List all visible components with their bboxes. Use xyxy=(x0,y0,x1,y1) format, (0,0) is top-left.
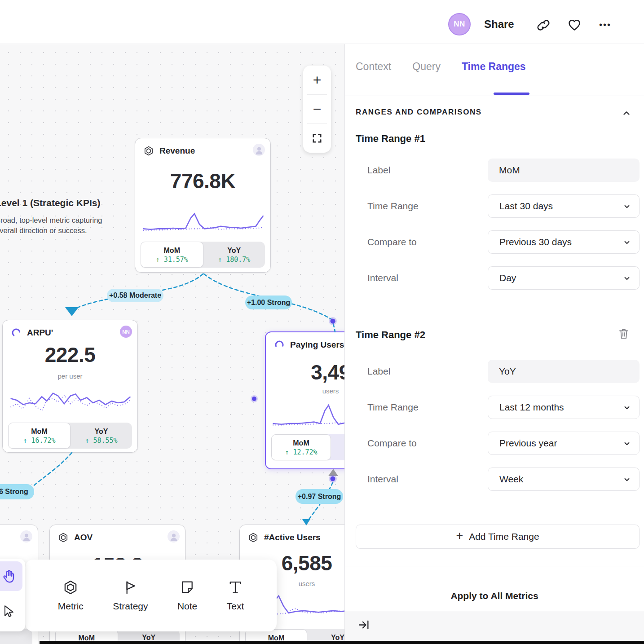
hand-tool-button[interactable] xyxy=(0,561,22,591)
active-tab-indicator xyxy=(494,93,529,95)
time-range-1-title: Time Range #1 xyxy=(356,133,425,145)
level-note-line1: Broad, top-level metric capturing xyxy=(0,216,102,224)
more-options-icon[interactable]: ••• xyxy=(599,20,613,34)
metric-tree-canvas[interactable]: Level 1 (Strategic KPIs) Broad, top-leve… xyxy=(0,44,345,644)
chevron-down-icon xyxy=(623,203,631,211)
correlation-label[interactable]: +0.97 Strong xyxy=(296,489,343,504)
select-tool-button[interactable] xyxy=(0,596,22,626)
edge-arpu-down xyxy=(32,453,72,487)
label-input[interactable] xyxy=(488,159,640,182)
text-icon xyxy=(227,579,243,595)
collapse-section-chevron-up-icon[interactable] xyxy=(622,109,631,119)
panel-tabs: Context Query Time Ranges xyxy=(356,61,526,73)
comparison-toggle: MoM ↑ 12.72% xyxy=(271,434,345,460)
tool-metric[interactable]: Metric xyxy=(58,579,84,612)
tab-time-ranges[interactable]: Time Ranges xyxy=(462,61,526,73)
time-range-select[interactable]: Last 30 days xyxy=(488,194,640,218)
owner-avatar-icon xyxy=(253,144,265,156)
metric-card-revenue[interactable]: Revenue 776.8K MoM ↑ 31.57% YoY ↑ 180.7% xyxy=(135,138,271,273)
time-range-select[interactable]: Last 12 months xyxy=(488,396,640,419)
metric-arc-icon xyxy=(11,327,22,338)
correlation-label[interactable]: 66 Strong xyxy=(0,484,34,499)
sparkline xyxy=(8,385,133,420)
tab-query[interactable]: Query xyxy=(412,61,441,73)
metric-hexagon-icon xyxy=(58,532,69,543)
time-range-2-title: Time Range #2 xyxy=(356,329,425,341)
correlation-label[interactable]: +1.00 Strong xyxy=(245,296,292,309)
favorite-heart-icon[interactable] xyxy=(567,18,582,32)
metric-card-arpu[interactable]: ARPU' NN 222.5 per user MoM ↑ 16.72% YoY… xyxy=(2,320,138,453)
metric-unit: per user xyxy=(3,372,137,380)
panel-divider-vertical xyxy=(344,44,345,644)
tool-text[interactable]: Text xyxy=(227,579,244,612)
metric-hexagon-icon xyxy=(62,579,79,595)
owner-avatar-icon xyxy=(20,530,32,543)
hand-icon xyxy=(1,569,16,584)
flag-icon xyxy=(122,579,138,595)
delete-time-range-trash-icon[interactable] xyxy=(618,327,630,340)
metric-hexagon-icon xyxy=(143,146,154,156)
copy-link-icon[interactable] xyxy=(536,18,551,32)
collapse-panel-icon[interactable] xyxy=(358,619,370,631)
compare-to-select[interactable]: Previous 30 days xyxy=(488,230,640,254)
toggle-yoy[interactable]: YoY ↑ 180.7% xyxy=(203,242,265,268)
chevron-down-icon xyxy=(623,238,631,247)
metric-hexagon-icon xyxy=(248,532,259,543)
arrowhead-arpu xyxy=(65,307,79,316)
user-avatar[interactable]: NN xyxy=(448,13,471,35)
metric-value: 222.5 xyxy=(3,343,137,367)
editor-presence-badge: NN xyxy=(120,326,132,338)
tab-context[interactable]: Context xyxy=(356,61,391,73)
sparkline xyxy=(141,209,266,234)
card-title: ARPU' xyxy=(27,328,53,338)
apply-to-all-metrics-button[interactable]: Apply to All Metrics xyxy=(345,581,644,611)
metric-value: 3,49 xyxy=(266,360,345,384)
comparison-toggle: MoM ↑ 31.57% YoY ↑ 180.7% xyxy=(141,242,265,268)
card-title: Revenue xyxy=(159,146,195,156)
level-note: Level 1 (Strategic KPIs) Broad, top-leve… xyxy=(0,198,117,236)
toggle-mom[interactable]: MoM ↑ 12.72% xyxy=(271,434,331,460)
metric-card-paying-users[interactable]: Paying Users' 3,49 users MoM ↑ 12.72% xyxy=(265,331,345,469)
metric-unit: users xyxy=(266,387,345,395)
cursor-icon xyxy=(1,604,16,618)
card-title: #Active Users xyxy=(264,533,321,543)
field-label: Label xyxy=(367,159,390,182)
add-time-range-button[interactable]: + Add Time Range xyxy=(356,525,640,549)
share-button[interactable]: Share xyxy=(484,18,514,31)
tool-strategy[interactable]: Strategy xyxy=(113,579,148,612)
level-note-title: Level 1 (Strategic KPIs) xyxy=(0,198,117,208)
zoom-out-button[interactable]: − xyxy=(303,95,331,124)
arrowhead-gray-up xyxy=(328,469,338,476)
header-divider xyxy=(0,44,644,44)
top-header: NN Share ••• xyxy=(0,0,644,44)
pointer-tools-panel xyxy=(0,559,25,631)
tool-note[interactable]: Note xyxy=(177,579,197,612)
compare-to-select[interactable]: Previous year xyxy=(488,432,640,455)
plus-icon: + xyxy=(456,529,463,543)
chevron-down-icon xyxy=(623,274,631,282)
toggle-yoy[interactable]: YoY ↑ 58.55% xyxy=(71,423,132,449)
connector-dot xyxy=(331,319,335,324)
toggle-yoy[interactable] xyxy=(331,434,345,460)
correlation-label[interactable]: +0.58 Moderate xyxy=(107,289,163,302)
metric-arc-icon xyxy=(274,340,285,350)
field-label: Interval xyxy=(367,266,398,290)
interval-select[interactable]: Day xyxy=(488,266,640,290)
card-title: Paying Users' xyxy=(290,340,345,350)
interval-select[interactable]: Week xyxy=(488,468,640,491)
field-label: Time Range xyxy=(367,194,419,218)
insert-toolbar: Metric Strategy Note Text xyxy=(25,560,277,631)
connector-dot xyxy=(252,397,256,401)
toggle-mom[interactable]: MoM ↑ 31.57% xyxy=(141,242,203,268)
field-label: Interval xyxy=(367,468,398,491)
zoom-in-button[interactable]: + xyxy=(303,66,331,94)
metric-value: 776.8K xyxy=(135,169,270,193)
label-input[interactable] xyxy=(488,360,640,383)
screen-bottom-bar xyxy=(40,641,644,644)
toggle-mom[interactable]: MoM ↑ 16.72% xyxy=(8,423,71,449)
sparkline xyxy=(270,401,345,431)
chevron-down-icon xyxy=(623,404,631,412)
fit-screen-button[interactable] xyxy=(303,124,331,153)
connector-dot xyxy=(331,476,335,481)
zoom-controls: + − xyxy=(303,66,331,153)
